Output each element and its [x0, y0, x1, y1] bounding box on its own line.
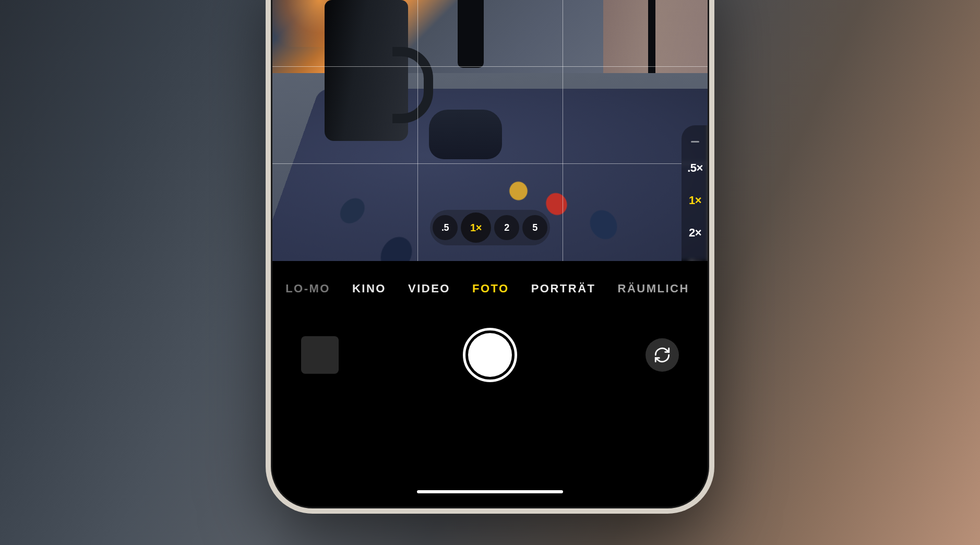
zoom-wheel-2x[interactable]: 2× — [689, 226, 701, 240]
shutter-inner — [468, 333, 512, 377]
shutter-button[interactable] — [463, 328, 517, 382]
zoom-option-2x[interactable]: 2 — [494, 215, 519, 240]
mode-kino[interactable]: KINO — [352, 282, 386, 295]
zoom-wheel-1x[interactable]: 1× — [689, 194, 701, 207]
mode-selector[interactable]: LO-MO KINO VIDEO FOTO PORTRÄT RÄUMLICH — [272, 282, 708, 295]
home-indicator[interactable] — [417, 490, 563, 493]
capture-row — [272, 324, 708, 386]
zoom-option-0-5x[interactable]: .5 — [433, 215, 458, 240]
mode-video[interactable]: VIDEO — [408, 282, 450, 295]
zoom-option-1x[interactable]: 1× — [461, 212, 491, 243]
phone-screen: .5 1× 2 5 .5× 1× 2× 5× LO-MO KINO VIDEO … — [271, 0, 709, 508]
mode-portrait[interactable]: PORTRÄT — [531, 282, 596, 295]
last-photo-thumbnail[interactable] — [301, 336, 339, 374]
mode-spatial[interactable]: RÄUMLICH — [618, 282, 689, 295]
flip-camera-button[interactable] — [646, 338, 679, 372]
zoom-wheel-tick — [691, 141, 699, 143]
flip-camera-icon — [653, 346, 671, 364]
mode-foto[interactable]: FOTO — [472, 282, 509, 295]
mode-slomo[interactable]: LO-MO — [285, 282, 330, 295]
zoom-selector[interactable]: .5 1× 2 5 — [430, 210, 550, 245]
zoom-wheel-0-5x[interactable]: .5× — [687, 161, 703, 175]
zoom-option-5x[interactable]: 5 — [522, 215, 547, 240]
phone-frame: .5 1× 2 5 .5× 1× 2× 5× LO-MO KINO VIDEO … — [266, 0, 714, 514]
camera-viewfinder[interactable]: .5 1× 2 5 — [272, 0, 708, 261]
camera-controls: LO-MO KINO VIDEO FOTO PORTRÄT RÄUMLICH — [272, 261, 708, 507]
